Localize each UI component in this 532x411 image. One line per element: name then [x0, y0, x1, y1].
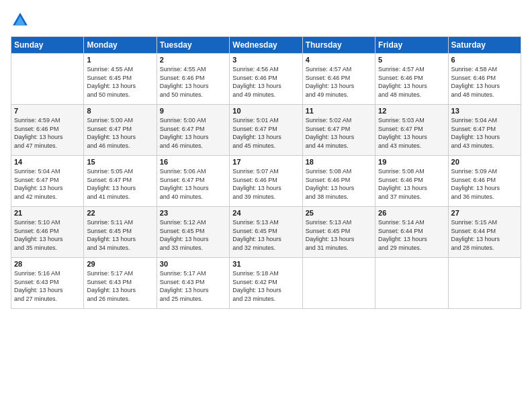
day-info: Sunrise: 5:04 AM Sunset: 6:47 PM Dayligh… [14, 167, 81, 201]
logo [11, 11, 32, 30]
day-number: 29 [87, 260, 153, 268]
day-info: Sunrise: 5:09 AM Sunset: 6:46 PM Dayligh… [451, 167, 518, 201]
day-number: 26 [378, 209, 445, 217]
day-cell: 28Sunrise: 5:16 AM Sunset: 6:43 PM Dayli… [11, 258, 84, 309]
day-cell: 2Sunrise: 4:55 AM Sunset: 6:46 PM Daylig… [157, 54, 229, 105]
day-cell: 12Sunrise: 5:03 AM Sunset: 6:47 PM Dayli… [375, 105, 448, 156]
col-header-thursday: Thursday [302, 37, 375, 54]
day-info: Sunrise: 5:07 AM Sunset: 6:46 PM Dayligh… [232, 167, 299, 201]
day-number: 13 [451, 107, 518, 115]
day-info: Sunrise: 4:58 AM Sunset: 6:46 PM Dayligh… [451, 65, 518, 99]
day-cell: 18Sunrise: 5:08 AM Sunset: 6:46 PM Dayli… [302, 156, 375, 207]
day-number: 11 [306, 107, 372, 115]
day-info: Sunrise: 4:55 AM Sunset: 6:46 PM Dayligh… [160, 65, 226, 99]
day-cell: 19Sunrise: 5:08 AM Sunset: 6:46 PM Dayli… [375, 156, 448, 207]
day-number: 22 [87, 209, 153, 217]
day-number: 18 [306, 158, 372, 166]
day-info: Sunrise: 4:57 AM Sunset: 6:46 PM Dayligh… [306, 65, 372, 99]
day-cell: 4Sunrise: 4:57 AM Sunset: 6:46 PM Daylig… [302, 54, 375, 105]
day-cell [448, 258, 521, 309]
col-header-friday: Friday [375, 37, 448, 54]
day-info: Sunrise: 5:00 AM Sunset: 6:47 PM Dayligh… [160, 116, 226, 150]
day-info: Sunrise: 4:57 AM Sunset: 6:46 PM Dayligh… [378, 65, 445, 99]
day-cell: 11Sunrise: 5:02 AM Sunset: 6:47 PM Dayli… [302, 105, 375, 156]
day-cell: 10Sunrise: 5:01 AM Sunset: 6:47 PM Dayli… [230, 105, 302, 156]
day-number: 27 [451, 209, 518, 217]
day-info: Sunrise: 5:03 AM Sunset: 6:47 PM Dayligh… [378, 116, 445, 150]
day-cell: 15Sunrise: 5:05 AM Sunset: 6:47 PM Dayli… [84, 156, 157, 207]
day-cell: 17Sunrise: 5:07 AM Sunset: 6:46 PM Dayli… [230, 156, 302, 207]
day-cell: 5Sunrise: 4:57 AM Sunset: 6:46 PM Daylig… [375, 54, 448, 105]
day-info: Sunrise: 5:01 AM Sunset: 6:47 PM Dayligh… [232, 116, 299, 150]
day-cell: 30Sunrise: 5:17 AM Sunset: 6:43 PM Dayli… [157, 258, 229, 309]
day-number: 2 [160, 56, 226, 64]
day-info: Sunrise: 5:17 AM Sunset: 6:43 PM Dayligh… [87, 269, 153, 303]
day-info: Sunrise: 5:14 AM Sunset: 6:44 PM Dayligh… [378, 218, 445, 252]
day-info: Sunrise: 5:13 AM Sunset: 6:45 PM Dayligh… [306, 218, 372, 252]
day-number: 16 [160, 158, 226, 166]
day-info: Sunrise: 5:05 AM Sunset: 6:47 PM Dayligh… [87, 167, 153, 201]
day-cell: 29Sunrise: 5:17 AM Sunset: 6:43 PM Dayli… [84, 258, 157, 309]
day-cell [375, 258, 448, 309]
day-number: 28 [14, 260, 81, 268]
day-cell: 7Sunrise: 4:59 AM Sunset: 6:46 PM Daylig… [11, 105, 84, 156]
day-cell: 9Sunrise: 5:00 AM Sunset: 6:47 PM Daylig… [157, 105, 229, 156]
col-header-tuesday: Tuesday [157, 37, 229, 54]
day-cell: 1Sunrise: 4:55 AM Sunset: 6:45 PM Daylig… [84, 54, 157, 105]
day-number: 25 [306, 209, 372, 217]
day-info: Sunrise: 4:55 AM Sunset: 6:45 PM Dayligh… [87, 65, 153, 99]
day-info: Sunrise: 5:00 AM Sunset: 6:47 PM Dayligh… [87, 116, 153, 150]
day-number: 5 [378, 56, 445, 64]
col-header-monday: Monday [84, 37, 157, 54]
day-cell: 22Sunrise: 5:11 AM Sunset: 6:45 PM Dayli… [84, 207, 157, 258]
col-header-saturday: Saturday [448, 37, 521, 54]
day-info: Sunrise: 5:12 AM Sunset: 6:45 PM Dayligh… [160, 218, 226, 252]
day-info: Sunrise: 5:06 AM Sunset: 6:47 PM Dayligh… [160, 167, 226, 201]
header-row: SundayMondayTuesdayWednesdayThursdayFrid… [11, 37, 521, 54]
header [11, 11, 521, 30]
day-number: 19 [378, 158, 445, 166]
day-cell: 6Sunrise: 4:58 AM Sunset: 6:46 PM Daylig… [448, 54, 521, 105]
day-number: 4 [306, 56, 372, 64]
week-row-0: 1Sunrise: 4:55 AM Sunset: 6:45 PM Daylig… [11, 54, 521, 105]
day-number: 31 [232, 260, 299, 268]
day-info: Sunrise: 5:13 AM Sunset: 6:45 PM Dayligh… [232, 218, 299, 252]
col-header-sunday: Sunday [11, 37, 84, 54]
day-number: 9 [160, 107, 226, 115]
day-cell: 26Sunrise: 5:14 AM Sunset: 6:44 PM Dayli… [375, 207, 448, 258]
day-info: Sunrise: 4:59 AM Sunset: 6:46 PM Dayligh… [14, 116, 81, 150]
day-cell: 14Sunrise: 5:04 AM Sunset: 6:47 PM Dayli… [11, 156, 84, 207]
day-number: 8 [87, 107, 153, 115]
day-info: Sunrise: 5:18 AM Sunset: 6:42 PM Dayligh… [232, 269, 299, 303]
week-row-1: 7Sunrise: 4:59 AM Sunset: 6:46 PM Daylig… [11, 105, 521, 156]
week-row-2: 14Sunrise: 5:04 AM Sunset: 6:47 PM Dayli… [11, 156, 521, 207]
day-cell: 27Sunrise: 5:15 AM Sunset: 6:44 PM Dayli… [448, 207, 521, 258]
week-row-4: 28Sunrise: 5:16 AM Sunset: 6:43 PM Dayli… [11, 258, 521, 309]
day-number: 1 [87, 56, 153, 64]
day-number: 24 [232, 209, 299, 217]
col-header-wednesday: Wednesday [230, 37, 302, 54]
day-info: Sunrise: 5:08 AM Sunset: 6:46 PM Dayligh… [306, 167, 372, 201]
day-number: 14 [14, 158, 81, 166]
day-number: 15 [87, 158, 153, 166]
day-cell: 8Sunrise: 5:00 AM Sunset: 6:47 PM Daylig… [84, 105, 157, 156]
day-cell: 23Sunrise: 5:12 AM Sunset: 6:45 PM Dayli… [157, 207, 229, 258]
day-number: 6 [451, 56, 518, 64]
day-cell: 13Sunrise: 5:04 AM Sunset: 6:47 PM Dayli… [448, 105, 521, 156]
day-info: Sunrise: 5:15 AM Sunset: 6:44 PM Dayligh… [451, 218, 518, 252]
week-row-3: 21Sunrise: 5:10 AM Sunset: 6:46 PM Dayli… [11, 207, 521, 258]
day-info: Sunrise: 5:10 AM Sunset: 6:46 PM Dayligh… [14, 218, 81, 252]
calendar-table: SundayMondayTuesdayWednesdayThursdayFrid… [11, 36, 521, 309]
day-number: 30 [160, 260, 226, 268]
day-info: Sunrise: 5:16 AM Sunset: 6:43 PM Dayligh… [14, 269, 81, 303]
day-number: 21 [14, 209, 81, 217]
day-cell: 16Sunrise: 5:06 AM Sunset: 6:47 PM Dayli… [157, 156, 229, 207]
day-cell: 3Sunrise: 4:56 AM Sunset: 6:46 PM Daylig… [230, 54, 302, 105]
day-number: 17 [232, 158, 299, 166]
day-info: Sunrise: 5:04 AM Sunset: 6:47 PM Dayligh… [451, 116, 518, 150]
day-cell: 20Sunrise: 5:09 AM Sunset: 6:46 PM Dayli… [448, 156, 521, 207]
day-cell: 21Sunrise: 5:10 AM Sunset: 6:46 PM Dayli… [11, 207, 84, 258]
day-number: 12 [378, 107, 445, 115]
day-cell: 31Sunrise: 5:18 AM Sunset: 6:42 PM Dayli… [230, 258, 302, 309]
day-cell: 24Sunrise: 5:13 AM Sunset: 6:45 PM Dayli… [230, 207, 302, 258]
